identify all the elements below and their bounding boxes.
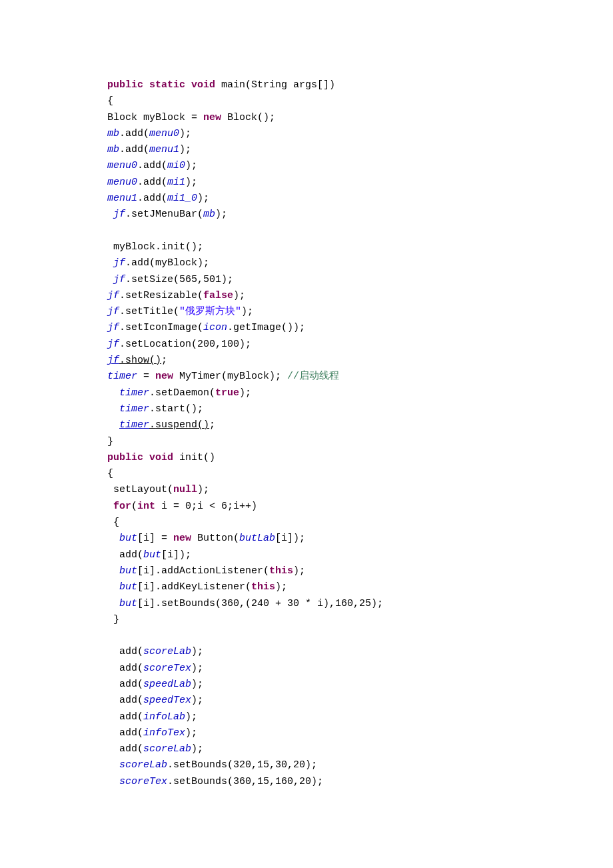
code-token: ); xyxy=(185,177,197,188)
code-line: jf.setJMenuBar(mb); xyxy=(107,207,613,223)
code-token: [i]); xyxy=(275,533,305,544)
code-token: speedTex xyxy=(143,695,191,706)
code-token: icon xyxy=(203,322,227,333)
code-token: } xyxy=(113,614,119,625)
code-token: add( xyxy=(119,679,143,690)
code-line: Block myBlock = new Block(); xyxy=(107,110,613,126)
code-token: .add( xyxy=(119,128,149,139)
code-token: but xyxy=(143,549,161,561)
code-token: ); xyxy=(197,193,209,204)
code-line: jf.setLocation(200,100); xyxy=(107,337,613,353)
code-token: menu0 xyxy=(107,160,137,171)
code-token: scoreLab xyxy=(119,759,167,771)
code-token: new xyxy=(155,371,173,382)
code-token: ); xyxy=(191,663,203,674)
code-line: mb.add(menu1); xyxy=(107,142,613,158)
code-token: ); xyxy=(191,743,203,755)
code-token: ); xyxy=(191,646,203,657)
code-line: but[i].setBounds(360,(240 + 30 * i),160,… xyxy=(107,596,613,612)
code-token: suspend xyxy=(155,419,197,431)
code-line: but[i].addKeyListener(this); xyxy=(107,579,613,595)
code-token: mb xyxy=(107,128,119,139)
code-token: this xyxy=(251,581,275,593)
code-token: ); xyxy=(197,484,209,495)
code-token: but xyxy=(119,533,137,544)
code-token: .getImage()); xyxy=(227,322,305,333)
code-line: timer.start(); xyxy=(107,401,613,417)
code-token: myBlock.init(); xyxy=(113,241,203,253)
code-line: jf.setIconImage(icon.getImage()); xyxy=(107,320,613,336)
code-token: .add(myBlock); xyxy=(125,257,209,269)
code-line: jf.show(); xyxy=(107,353,613,369)
code-token: = xyxy=(137,371,155,382)
code-token: .setLocation(200,100); xyxy=(119,339,251,350)
code-token: show xyxy=(125,355,149,366)
code-line: jf.add(myBlock); xyxy=(107,255,613,271)
code-line xyxy=(107,223,613,239)
code-token: .setSize(565,501); xyxy=(125,274,233,285)
code-line: { xyxy=(107,466,613,482)
code-token: main(String args[]) xyxy=(215,79,335,91)
code-token: { xyxy=(107,95,113,107)
code-line: add(scoreLab); xyxy=(107,644,613,660)
code-line: add(scoreLab); xyxy=(107,741,613,757)
code-token: but xyxy=(119,598,137,609)
code-token: jf xyxy=(107,322,119,333)
code-token: .start(); xyxy=(149,403,203,415)
code-token: timer xyxy=(119,403,149,415)
code-token: { xyxy=(107,468,113,479)
code-line: menu0.add(mi0); xyxy=(107,158,613,174)
code-token: . xyxy=(119,355,125,366)
code-token: .add( xyxy=(137,177,167,188)
code-token: scoreLab xyxy=(143,646,191,657)
code-token: Block myBlock = xyxy=(107,112,203,123)
code-token: jf xyxy=(107,306,119,317)
code-token: ; xyxy=(161,355,167,366)
code-token: public void xyxy=(107,452,173,463)
code-token: .add( xyxy=(137,160,167,171)
code-token: true xyxy=(215,387,239,399)
code-token: menu0 xyxy=(149,128,179,139)
code-line: add(but[i]); xyxy=(107,547,613,563)
code-token: mi1 xyxy=(167,177,185,188)
code-token: timer xyxy=(119,387,149,399)
code-token: timer xyxy=(107,371,137,382)
code-token: add( xyxy=(119,695,143,706)
code-token: .setBounds(320,15,30,20); xyxy=(167,759,317,771)
code-token: butLab xyxy=(239,533,275,544)
code-token: MyTimer(myBlock); xyxy=(173,371,287,382)
code-line: jf.setSize(565,501); xyxy=(107,272,613,288)
code-token: menu0 xyxy=(107,177,137,188)
code-token: .setIconImage( xyxy=(119,322,203,333)
code-token: jf xyxy=(107,290,119,301)
code-token: { xyxy=(113,517,119,528)
code-token: add( xyxy=(119,549,143,561)
code-token: jf xyxy=(107,355,119,366)
code-line: } xyxy=(107,612,613,628)
code-line: myBlock.init(); xyxy=(107,239,613,255)
code-line: for(int i = 0;i < 6;i++) xyxy=(107,499,613,515)
code-token: public static void xyxy=(107,79,215,91)
code-token: () xyxy=(197,419,209,431)
code-line: timer.setDaemon(true); xyxy=(107,385,613,401)
code-token: ); xyxy=(275,581,287,593)
code-token: //启动线程 xyxy=(287,371,339,382)
code-token: ); xyxy=(185,160,197,171)
code-line: add(infoTex); xyxy=(107,725,613,741)
code-token: add( xyxy=(119,663,143,674)
code-token: add( xyxy=(119,646,143,657)
code-token: [i].addKeyListener( xyxy=(137,581,251,593)
code-token: for xyxy=(113,501,131,512)
code-token: ); xyxy=(241,306,253,317)
code-line: { xyxy=(107,93,613,109)
code-token: int xyxy=(137,501,155,512)
code-token: .setTitle( xyxy=(119,306,179,317)
code-token: add( xyxy=(119,711,143,723)
code-line: menu1.add(mi1_0); xyxy=(107,191,613,207)
code-line: add(infoLab); xyxy=(107,709,613,725)
code-line: timer.suspend(); xyxy=(107,417,613,433)
code-token: ); xyxy=(215,209,227,220)
code-token: ); xyxy=(191,695,203,706)
code-token: menu1 xyxy=(107,193,137,204)
code-token: () xyxy=(149,355,161,366)
